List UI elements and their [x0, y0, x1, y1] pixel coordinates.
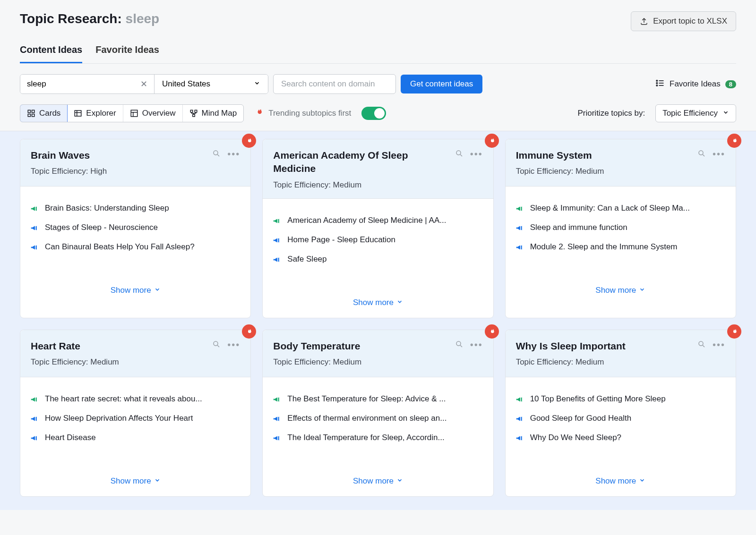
search-icon: [697, 340, 706, 348]
search-icon: [212, 149, 221, 158]
favorite-ideas-link[interactable]: Favorite Ideas 8: [655, 78, 736, 90]
card-more-button[interactable]: •••: [227, 149, 240, 160]
content-idea-item[interactable]: The Best Temperature for Sleep: Advice &…: [273, 394, 482, 406]
card-header: Brain Waves•••Topic Efficiency: High: [20, 139, 250, 187]
chevron-down-icon: [154, 476, 161, 486]
show-more-button[interactable]: Show more: [111, 476, 161, 486]
card-search-button[interactable]: [212, 149, 221, 159]
chevron-down-icon: [396, 298, 403, 307]
search-icon: [455, 340, 464, 348]
trending-badge: [242, 324, 256, 339]
content-idea-item[interactable]: Brain Basics: Understanding Sleep: [31, 204, 240, 215]
topic-input[interactable]: [20, 75, 134, 93]
content-idea-item[interactable]: Effects of thermal environment on sleep …: [273, 414, 482, 425]
title-prefix: Topic Research:: [20, 11, 126, 26]
view-cards-label: Cards: [39, 109, 60, 118]
card-more-button[interactable]: •••: [227, 340, 240, 350]
view-overview[interactable]: Overview: [123, 105, 183, 122]
domain-search-input[interactable]: [273, 74, 396, 94]
content-idea-item[interactable]: Good Sleep for Good Health: [516, 414, 725, 425]
show-more-button[interactable]: Show more: [111, 286, 161, 295]
content-idea-item[interactable]: Why Do We Need Sleep?: [516, 433, 725, 445]
card-search-button[interactable]: [697, 149, 706, 159]
content-idea-item[interactable]: Stages of Sleep - Neuroscience: [31, 223, 240, 235]
content-idea-item[interactable]: 10 Top Benefits of Getting More Sleep: [516, 394, 725, 406]
content-idea-item[interactable]: The heart rate secret: what it reveals a…: [31, 394, 240, 406]
card-search-button[interactable]: [212, 340, 221, 350]
card-more-button[interactable]: •••: [713, 149, 725, 160]
show-more-button[interactable]: Show more: [353, 476, 403, 486]
card-body: American Academy of Sleep Medicine | AA.…: [263, 199, 493, 293]
show-more-label: Show more: [111, 476, 151, 486]
card-efficiency: Topic Efficiency: Medium: [516, 357, 725, 367]
show-more-button[interactable]: Show more: [595, 286, 645, 295]
card-search-button[interactable]: [697, 340, 706, 350]
megaphone-icon: [31, 434, 39, 445]
svg-rect-17: [195, 110, 197, 112]
card-search-button[interactable]: [455, 149, 464, 159]
card-actions: •••: [455, 149, 483, 160]
card-efficiency: Topic Efficiency: High: [31, 167, 240, 176]
card-efficiency: Topic Efficiency: Medium: [516, 167, 725, 176]
card-more-button[interactable]: •••: [713, 340, 725, 350]
megaphone-icon: [31, 243, 39, 254]
card-title: Brain Waves: [31, 149, 207, 162]
topic-card: Heart Rate•••Topic Efficiency: MediumThe…: [20, 330, 251, 497]
content-idea-item[interactable]: Sleep & Immunity: Can a Lack of Sleep Ma…: [516, 204, 725, 215]
card-efficiency: Topic Efficiency: Medium: [273, 180, 482, 190]
chevron-down-icon: [722, 109, 729, 118]
search-icon: [697, 149, 706, 158]
show-more-button[interactable]: Show more: [595, 476, 645, 486]
show-more-label: Show more: [353, 476, 394, 486]
country-select[interactable]: United States: [155, 75, 268, 93]
get-content-ideas-button[interactable]: Get content ideas: [401, 75, 482, 93]
megaphone-icon: [516, 243, 524, 254]
card-footer: Show more: [263, 472, 493, 496]
svg-point-5: [656, 85, 658, 86]
content-idea-item[interactable]: The Ideal Temperature for Sleep, Accordi…: [273, 433, 482, 445]
card-footer: Show more: [263, 293, 493, 318]
content-idea-item[interactable]: Heart Disease: [31, 433, 240, 445]
content-idea-item[interactable]: Safe Sleep: [273, 255, 482, 266]
export-button[interactable]: Export topic to XLSX: [631, 11, 736, 31]
megaphone-icon: [516, 224, 524, 235]
svg-point-3: [656, 80, 658, 81]
content-idea-item[interactable]: Can Binaural Beats Help You Fall Asleep?: [31, 242, 240, 254]
filter-row: ✕ United States Get content ideas Favori…: [20, 74, 736, 94]
view-explorer[interactable]: Explorer: [67, 105, 123, 122]
content-idea-text: The Ideal Temperature for Sleep, Accordi…: [287, 433, 444, 442]
content-idea-item[interactable]: American Academy of Sleep Medicine | AA.…: [273, 216, 482, 228]
card-footer: Show more: [506, 281, 736, 306]
card-title: Why Is Sleep Important: [516, 340, 693, 353]
trending-toggle[interactable]: [361, 107, 386, 120]
content-idea-text: Can Binaural Beats Help You Fall Asleep?: [45, 242, 195, 252]
card-actions: •••: [697, 340, 725, 350]
content-idea-text: Module 2. Sleep and the Immune System: [530, 242, 678, 252]
megaphone-icon: [31, 395, 39, 406]
content-idea-text: The heart rate secret: what it reveals a…: [45, 394, 202, 404]
card-title: American Academy Of Sleep Medicine: [273, 149, 450, 176]
content-idea-text: Sleep and immune function: [530, 223, 627, 232]
content-idea-item[interactable]: Module 2. Sleep and the Immune System: [516, 242, 725, 254]
tab-favorite-ideas[interactable]: Favorite Ideas: [95, 44, 159, 63]
card-footer: Show more: [506, 472, 736, 496]
flame-icon: [245, 328, 253, 335]
card-search-button[interactable]: [455, 340, 464, 350]
content-idea-item[interactable]: Home Page - Sleep Education: [273, 235, 482, 247]
megaphone-icon: [516, 395, 524, 406]
view-row: Cards Explorer Overview Mind Map: [20, 104, 736, 122]
view-mindmap[interactable]: Mind Map: [183, 105, 244, 122]
view-cards[interactable]: Cards: [20, 104, 68, 122]
tab-content-ideas[interactable]: Content Ideas: [20, 44, 82, 63]
prioritize-select[interactable]: Topic Efficiency: [655, 104, 736, 122]
card-more-button[interactable]: •••: [470, 340, 483, 350]
topic-card: Body Temperature•••Topic Efficiency: Med…: [262, 330, 493, 497]
card-more-button[interactable]: •••: [470, 149, 483, 160]
content-idea-item[interactable]: How Sleep Deprivation Affects Your Heart: [31, 414, 240, 425]
content-idea-item[interactable]: Sleep and immune function: [516, 223, 725, 235]
clear-topic-button[interactable]: ✕: [134, 75, 155, 93]
search-icon: [212, 340, 221, 348]
show-more-button[interactable]: Show more: [353, 298, 403, 307]
card-body: The Best Temperature for Sleep: Advice &…: [263, 377, 493, 472]
megaphone-icon: [31, 224, 39, 235]
